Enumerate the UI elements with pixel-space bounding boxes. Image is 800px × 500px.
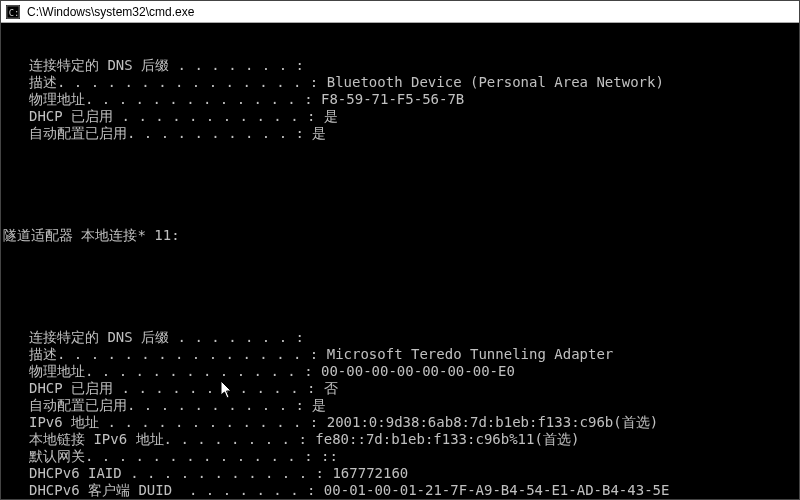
output-row: IPv6 地址 . . . . . . . . . . . . : 2001:0… bbox=[3, 414, 797, 431]
field-label: 默认网关. . . . . . . . . . . . . : bbox=[3, 448, 313, 465]
output-row: 自动配置已启用. . . . . . . . . . : 是 bbox=[3, 125, 797, 142]
field-value: :: bbox=[313, 448, 338, 465]
field-label: 物理地址. . . . . . . . . . . . . : bbox=[3, 91, 313, 108]
output-row: 本地链接 IPv6 地址. . . . . . . . : fe80::7d:b… bbox=[3, 431, 797, 448]
field-label: 本地链接 IPv6 地址. . . . . . . . : bbox=[3, 431, 307, 448]
output-row: DHCP 已启用 . . . . . . . . . . . : 否 bbox=[3, 380, 797, 397]
output-row: DHCPv6 客户端 DUID . . . . . . . : 00-01-00… bbox=[3, 482, 797, 499]
output-row: 物理地址. . . . . . . . . . . . . : F8-59-71… bbox=[3, 91, 797, 108]
output-row: 默认网关. . . . . . . . . . . . . : :: bbox=[3, 448, 797, 465]
cmd-window: C: C:\Windows\system32\cmd.exe 连接特定的 DNS… bbox=[0, 0, 800, 500]
blank-line bbox=[3, 278, 797, 295]
field-label: 自动配置已启用. . . . . . . . . . : bbox=[3, 125, 304, 142]
field-value: 00-00-00-00-00-00-00-E0 bbox=[313, 363, 515, 380]
output-row: 自动配置已启用. . . . . . . . . . : 是 bbox=[3, 397, 797, 414]
field-value: 是 bbox=[315, 108, 337, 125]
terminal-output[interactable]: 连接特定的 DNS 后缀 . . . . . . . :描述. . . . . … bbox=[1, 23, 799, 499]
field-label: IPv6 地址 . . . . . . . . . . . . : bbox=[3, 414, 318, 431]
output-row: 物理地址. . . . . . . . . . . . . : 00-00-00… bbox=[3, 363, 797, 380]
field-value: Bluetooth Device (Personal Area Network) bbox=[318, 74, 664, 91]
field-value: Microsoft Teredo Tunneling Adapter bbox=[318, 346, 613, 363]
titlebar[interactable]: C: C:\Windows\system32\cmd.exe bbox=[1, 1, 799, 23]
output-row: 连接特定的 DNS 后缀 . . . . . . . : bbox=[3, 57, 797, 74]
output-row: 连接特定的 DNS 后缀 . . . . . . . : bbox=[3, 329, 797, 346]
field-label: DHCPv6 IAID . . . . . . . . . . . : bbox=[3, 465, 324, 482]
output-row: 描述. . . . . . . . . . . . . . . : Blueto… bbox=[3, 74, 797, 91]
blank-line bbox=[3, 176, 797, 193]
field-label: DHCPv6 客户端 DUID . . . . . . . : bbox=[3, 482, 315, 499]
output-row: 描述. . . . . . . . . . . . . . . : Micros… bbox=[3, 346, 797, 363]
cmd-icon: C: bbox=[5, 4, 21, 20]
field-value: 00-01-00-01-21-7F-A9-B4-54-E1-AD-B4-43-5… bbox=[315, 482, 669, 499]
field-label: 描述. . . . . . . . . . . . . . . : bbox=[3, 346, 318, 363]
adapter-header: 隧道适配器 本地连接* 11: bbox=[3, 227, 797, 244]
output-row: DHCP 已启用 . . . . . . . . . . . : 是 bbox=[3, 108, 797, 125]
field-value: 是 bbox=[304, 125, 326, 142]
field-value: 167772160 bbox=[324, 465, 408, 482]
field-label: DHCP 已启用 . . . . . . . . . . . : bbox=[3, 108, 315, 125]
field-value: fe80::7d:b1eb:f133:c96b%11(首选) bbox=[307, 431, 579, 448]
window-title: C:\Windows\system32\cmd.exe bbox=[27, 5, 194, 19]
output-row: DHCPv6 IAID . . . . . . . . . . . : 1677… bbox=[3, 465, 797, 482]
field-value: 否 bbox=[315, 380, 337, 397]
field-label: 描述. . . . . . . . . . . . . . . : bbox=[3, 74, 318, 91]
field-label: 物理地址. . . . . . . . . . . . . : bbox=[3, 363, 313, 380]
field-label: 自动配置已启用. . . . . . . . . . : bbox=[3, 397, 304, 414]
field-value: F8-59-71-F5-56-7B bbox=[313, 91, 465, 108]
field-label: 连接特定的 DNS 后缀 . . . . . . . : bbox=[3, 57, 304, 74]
field-label: DHCP 已启用 . . . . . . . . . . . : bbox=[3, 380, 315, 397]
field-value: 是 bbox=[304, 397, 326, 414]
field-label: 连接特定的 DNS 后缀 . . . . . . . : bbox=[3, 329, 304, 346]
svg-text:C:: C: bbox=[9, 7, 20, 17]
field-value: 2001:0:9d38:6ab8:7d:b1eb:f133:c96b(首选) bbox=[318, 414, 658, 431]
